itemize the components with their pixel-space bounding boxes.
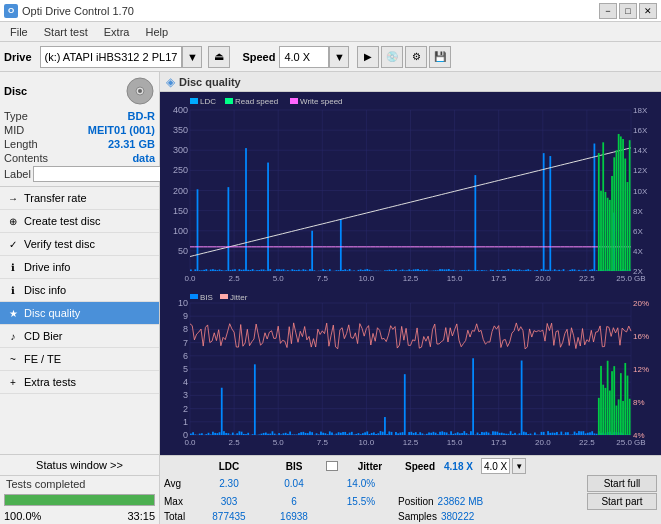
- disc-length-label: Length: [4, 138, 38, 150]
- stats-avg-row: Avg 2.30 0.04 14.0% Start full: [164, 475, 657, 492]
- eject-button[interactable]: ⏏: [208, 46, 230, 68]
- create-test-disc-icon: ⊕: [6, 214, 20, 228]
- status-time: 33:15: [127, 510, 155, 522]
- menu-start-test[interactable]: Start test: [38, 25, 94, 39]
- speed-label: Speed: [242, 51, 275, 63]
- stats-avg-bis: 0.04: [264, 478, 324, 489]
- speed-select-value[interactable]: 4.0 X: [279, 46, 329, 68]
- nav-create-test-disc[interactable]: ⊕ Create test disc: [0, 210, 159, 233]
- progress-bar-fill: [5, 495, 154, 505]
- main-content: Disc Type BD-R MID MEIT01 (001) Length 2…: [0, 72, 661, 524]
- start-part-button[interactable]: Start part: [587, 493, 657, 510]
- nav-verify-test-disc[interactable]: ✓ Verify test disc: [0, 233, 159, 256]
- stats-total-row: Total 877435 16938 Samples 380222: [164, 511, 657, 522]
- disc-icon: [125, 76, 155, 106]
- disc-type-label: Type: [4, 110, 28, 122]
- minimize-button[interactable]: −: [599, 3, 617, 19]
- stats-max-row: Max 303 6 15.5% Position 23862 MB Start …: [164, 493, 657, 510]
- stats-speed-badge: 4.18 X: [444, 461, 473, 472]
- toolbar-icon-settings[interactable]: ⚙: [405, 46, 427, 68]
- menu-extra[interactable]: Extra: [98, 25, 136, 39]
- drive-dropdown-arrow[interactable]: ▼: [182, 46, 202, 68]
- disc-mid-label: MID: [4, 124, 24, 136]
- disc-contents-label: Contents: [4, 152, 48, 164]
- disc-mid-value: MEIT01 (001): [88, 124, 155, 136]
- stats-header-speed: Speed: [400, 461, 440, 472]
- stats-total-label: Total: [164, 511, 194, 522]
- menu-help[interactable]: Help: [139, 25, 174, 39]
- stats-avg-ldc: 2.30: [194, 478, 264, 489]
- toolbar-icon-disc[interactable]: 💿: [381, 46, 403, 68]
- drive-select-value[interactable]: (k:) ATAPI iHBS312 2 PL17: [40, 46, 183, 68]
- disc-label-input[interactable]: [33, 166, 166, 182]
- nav-extra-tests-label: Extra tests: [24, 376, 76, 388]
- stats-samples-label: Samples: [398, 511, 437, 522]
- stats-avg-label: Avg: [164, 478, 194, 489]
- jitter-checkbox[interactable]: [326, 461, 338, 471]
- disc-info-icon: ℹ: [6, 283, 20, 297]
- nav-fe-te-label: FE / TE: [24, 353, 61, 365]
- maximize-button[interactable]: □: [619, 3, 637, 19]
- top-chart-canvas: [162, 94, 659, 289]
- title-bar-left: O Opti Drive Control 1.70: [4, 4, 134, 18]
- top-chart: [162, 94, 659, 289]
- nav-disc-quality[interactable]: ★ Disc quality: [0, 302, 159, 325]
- stats-header-bis: BIS: [264, 461, 324, 472]
- nav-fe-te[interactable]: ~ FE / TE: [0, 348, 159, 371]
- right-panel: ◈ Disc quality LDC BIS: [160, 72, 661, 524]
- stats-max-jitter: 15.5%: [324, 496, 398, 507]
- stats-total-ldc: 877435: [194, 511, 264, 522]
- nav-cd-bier[interactable]: ♪ CD Bier: [0, 325, 159, 348]
- menu-file[interactable]: File: [4, 25, 34, 39]
- nav-extra-tests[interactable]: + Extra tests: [0, 371, 159, 394]
- disc-quality-header-icon: ◈: [166, 75, 175, 89]
- svg-point-2: [138, 89, 142, 93]
- stats-avg-jitter: 14.0%: [324, 478, 398, 489]
- speed-dropdown-arrow[interactable]: ▼: [329, 46, 349, 68]
- disc-section: Disc Type BD-R MID MEIT01 (001) Length 2…: [0, 72, 159, 187]
- start-buttons: Start full: [587, 475, 657, 492]
- bottom-chart-canvas: [162, 291, 659, 453]
- status-bar: Status window >> Tests completed 100.0% …: [0, 454, 159, 524]
- title-bar: O Opti Drive Control 1.70 − □ ✕: [0, 0, 661, 22]
- disc-contents-value: data: [132, 152, 155, 164]
- fe-te-icon: ~: [6, 352, 20, 366]
- stats-bar: LDC BIS Jitter Speed 4.18 X 4.0 X ▼ Avg …: [160, 455, 661, 524]
- nav-drive-info[interactable]: ℹ Drive info: [0, 256, 159, 279]
- stats-total-samples: 380222: [441, 511, 474, 522]
- nav-disc-info[interactable]: ℹ Disc info: [0, 279, 159, 302]
- charts-area: [160, 92, 661, 455]
- nav-transfer-rate[interactable]: → Transfer rate: [0, 187, 159, 210]
- stats-header-jitter: Jitter: [340, 461, 400, 472]
- stats-speed-dropdown-arrow[interactable]: ▼: [512, 458, 526, 474]
- status-window-button[interactable]: Status window >>: [0, 455, 159, 476]
- title-bar-controls: − □ ✕: [599, 3, 657, 19]
- disc-quality-title: Disc quality: [179, 76, 241, 88]
- stats-speed-select-area: 4.0 X ▼: [481, 458, 526, 474]
- start-full-button[interactable]: Start full: [587, 475, 657, 492]
- nav-disc-info-label: Disc info: [24, 284, 66, 296]
- disc-section-title: Disc: [4, 85, 27, 97]
- app-title: Opti Drive Control 1.70: [22, 5, 134, 17]
- stats-total-bis: 16938: [264, 511, 324, 522]
- stats-speed-select[interactable]: 4.0 X: [481, 458, 510, 474]
- progress-bar-container: [4, 494, 155, 506]
- stats-max-ldc: 303: [194, 496, 264, 507]
- stats-header-ldc: LDC: [194, 461, 264, 472]
- stats-max-label: Max: [164, 496, 194, 507]
- menu-bar: File Start test Extra Help: [0, 22, 661, 42]
- nav-verify-test-disc-label: Verify test disc: [24, 238, 95, 250]
- stats-max-bis: 6: [264, 496, 324, 507]
- disc-header: Disc: [4, 76, 155, 106]
- disc-type-value: BD-R: [128, 110, 156, 122]
- drive-label: Drive: [4, 51, 32, 63]
- toolbar-icons: ▶ 💿 ⚙ 💾: [357, 46, 451, 68]
- toolbar-icon-play[interactable]: ▶: [357, 46, 379, 68]
- toolbar-icon-save[interactable]: 💾: [429, 46, 451, 68]
- nav-create-test-disc-label: Create test disc: [24, 215, 100, 227]
- disc-quality-header: ◈ Disc quality: [160, 72, 661, 92]
- close-button[interactable]: ✕: [639, 3, 657, 19]
- verify-test-disc-icon: ✓: [6, 237, 20, 251]
- disc-quality-icon: ★: [6, 306, 20, 320]
- sidebar: Disc Type BD-R MID MEIT01 (001) Length 2…: [0, 72, 160, 524]
